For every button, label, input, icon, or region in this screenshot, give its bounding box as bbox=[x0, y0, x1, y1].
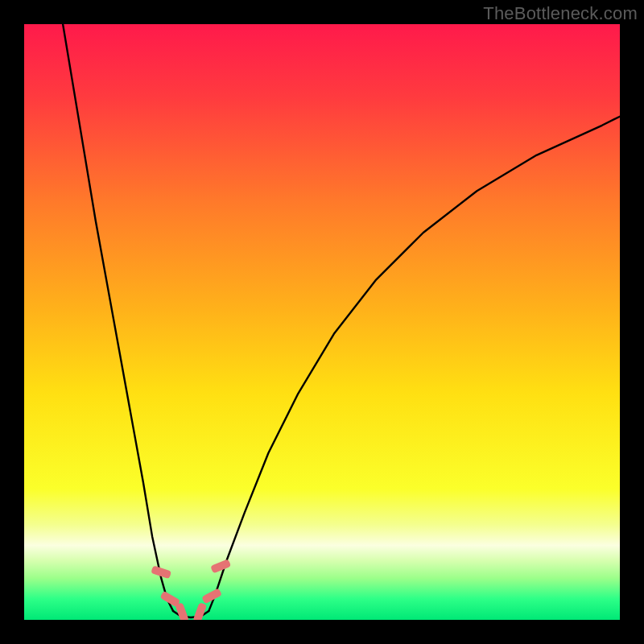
source-watermark: TheBottleneck.com bbox=[483, 3, 638, 24]
chart-frame bbox=[24, 24, 620, 620]
bottleneck-chart bbox=[24, 24, 620, 620]
